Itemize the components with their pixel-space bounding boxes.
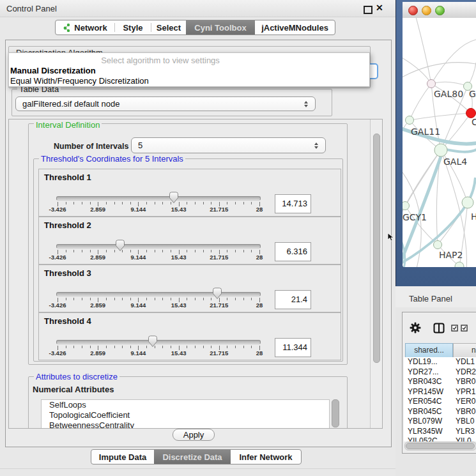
tab-discretize-data[interactable]: Discretize Data [154,450,231,464]
cell-shared-name: YER054C [408,397,441,406]
bottom-divider [0,468,395,469]
network-edge[interactable] [410,84,431,120]
threshold-value-field[interactable]: 21.4 [275,290,311,309]
threshold-slider-track[interactable] [56,196,261,201]
network-edge[interactable] [403,63,476,79]
network-node[interactable] [455,262,464,267]
table-row[interactable]: YLR345WYLR3 [404,427,476,436]
table-row[interactable]: YDR27...YDR2 [404,367,476,377]
network-node[interactable] [403,202,410,210]
slider-tick [195,298,196,300]
tab-jactivemnodules[interactable]: jActiveMNodules [255,20,335,35]
tab-infer-network[interactable]: Infer Network [231,450,301,464]
slider-tick-label: 21.715 [205,206,233,213]
network-node[interactable] [434,144,447,157]
table-panel-title: Table Panel [409,294,452,303]
tab-network[interactable]: Network [56,20,114,35]
slider-tick [251,250,252,252]
threshold-value-field[interactable]: 11.344 [275,338,311,357]
slider-tick-label: -3.426 [43,206,72,213]
table-panel-header: Table Panel [395,286,476,307]
table-hscrollbar-thumb[interactable] [406,443,475,449]
network-node-label: GAL4 [443,157,467,167]
network-node[interactable] [434,241,442,249]
network-canvas[interactable]: GAL80GACGAL11GAL4GCY1HHAP2 [403,18,476,267]
network-node[interactable] [462,197,473,208]
algorithm-option-equal-width[interactable]: Equal Width/Frequency Discretization [10,76,149,86]
slider-tick [211,202,211,204]
network-window-titlebar [403,2,476,19]
attribute-list-item[interactable]: SelfLoops [42,400,329,410]
main-scrollbar-thumb[interactable] [373,134,380,363]
checkbox-icon[interactable] [451,325,458,332]
zoom-traffic-light[interactable] [435,6,445,15]
slider-tick [66,346,66,348]
tab-impute-data[interactable]: Impute Data [91,450,154,464]
threshold-slider-track[interactable] [56,244,261,249]
network-edge[interactable] [410,113,471,120]
slider-tick [114,346,115,348]
control-panel-title: Control Panel [6,4,57,13]
slider-tick-label: 21.715 [205,349,233,357]
algorithm-option-manual[interactable]: Manual Discretization [10,66,96,75]
network-edge[interactable] [431,40,476,84]
table-row[interactable]: YBR045CYBR0 [404,407,476,417]
threshold-panel: Threshold 3-3.4262.8599.14415.4321.71528… [38,265,341,312]
slider-tick [106,250,107,252]
network-node[interactable] [406,116,414,125]
network-node[interactable] [427,80,436,88]
column-header-shared-name[interactable]: shared... [405,343,453,358]
table-row[interactable]: YDL19...YDL1 [404,357,476,367]
slider-thumb[interactable] [213,288,222,300]
table-row[interactable]: YBL079WYBL0 [404,417,476,426]
checkbox-icon[interactable] [461,325,468,332]
slider-tick [227,250,227,252]
threshold-slider-track[interactable] [56,340,261,344]
tab-cyni-toolbox[interactable]: Cyni Toolbox [186,20,255,35]
slider-tick [203,202,204,204]
tab-style[interactable]: Style [115,20,151,35]
table-row[interactable]: YPR145WYPR1 [404,387,476,397]
threshold-value-field[interactable]: 6.316 [275,242,311,261]
table-hscrollbar[interactable] [404,441,476,450]
slider-tick-label: 28 [245,206,273,213]
table-data-combobox[interactable]: galFiltered.sif default node [15,96,316,111]
apply-button[interactable]: Apply [173,429,215,441]
algorithm-prompt-item[interactable]: Select algorithm to view settings [9,56,312,65]
threshold-slider-track[interactable] [56,292,261,296]
slider-tick [73,298,74,300]
attribute-list-item[interactable]: TopologicalCoefficient [42,410,329,420]
slider-tick [203,346,204,348]
column-header-name[interactable]: na [453,343,476,358]
slider-tick-label: 28 [245,254,273,261]
threshold-value-field[interactable]: 14.713 [275,194,311,213]
slider-thumb[interactable] [148,335,157,348]
network-edge[interactable] [431,82,468,86]
tab-label: jActiveMNodules [261,23,328,33]
slider-thumb[interactable] [169,192,178,204]
tab-select[interactable]: Select [151,20,186,35]
table-row[interactable]: YER054CYER0 [404,397,476,406]
float-icon[interactable] [364,6,372,14]
slider-tick [146,346,147,348]
split-columns-icon[interactable] [433,323,445,334]
list-scrollbar-thumb[interactable] [332,399,339,427]
network-edge[interactable] [403,56,431,84]
slider-thumb[interactable] [116,240,125,252]
number-of-intervals-combobox[interactable]: 5 [131,137,326,153]
numerical-attributes-list[interactable]: SelfLoopsTopologicalCoefficientBetweenne… [41,399,330,429]
slider-tick-label: 2.859 [84,302,112,309]
slider-tick-label: 28 [245,302,273,309]
main-scrollbar-track[interactable] [370,119,382,428]
attributes-group-title: Attributes to discretize [34,372,119,381]
table-row[interactable]: YBR043CYBR0 [404,377,476,387]
close-traffic-light[interactable] [408,6,418,15]
attribute-list-item[interactable]: BetweennessCentrality [42,420,329,429]
slider-tick [251,346,252,348]
slider-tick [211,250,211,252]
minimize-traffic-light[interactable] [422,6,431,15]
close-icon[interactable]: ✕ [376,3,383,13]
gear-icon[interactable] [410,322,421,334]
slider-tick-label: 28 [245,349,273,357]
threshold-boxes: Threshold 1-3.4262.8599.14415.4321.71528… [34,159,342,361]
